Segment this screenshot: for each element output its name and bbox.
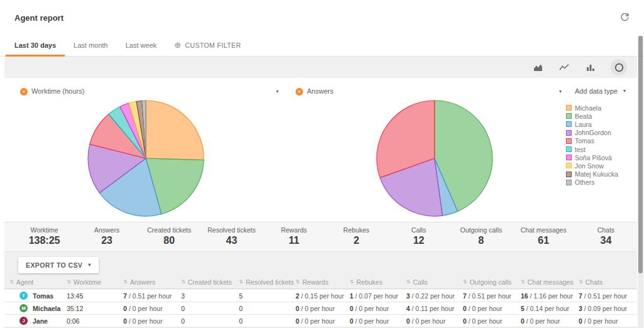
col-header-chat-messages[interactable]: ⇅Chat messages [521,278,579,286]
table-cell: 2 / 0.15 per hour [296,292,350,300]
tab-last-month[interactable]: Last month [65,35,116,57]
legend-item-test[interactable]: test [566,145,636,153]
legend-label: Laura [575,121,592,128]
stat-label: Rebukes [325,226,387,234]
bar-chart-icon[interactable] [584,62,597,73]
tab-label: Last month [74,41,108,49]
stat-rewards: Rewards11 [263,222,325,251]
legend-item-jon-snow[interactable]: Jon Snow [566,161,636,170]
table-cell: 5 [239,292,296,300]
pie-chart-icon[interactable] [611,59,627,75]
legend-swatch-icon [566,130,572,136]
stat-value: 80 [138,235,200,246]
stat-value: 12 [387,235,450,246]
agents-table-body: TTomas13:457 / 0.51 per hour352 / 0.15 p… [4,290,637,327]
table-cell: 0 / 0 per hour [350,317,406,325]
legend-label: JohnGordon [575,129,611,136]
legend-label: Michaela [575,104,601,112]
stat-label: Worktime [13,226,75,234]
col-header-label: Rewards [303,278,328,286]
stat-calls: Calls12 [387,222,450,251]
col-header-outgoing-calls[interactable]: ⇅Outgoing calls [463,278,521,286]
pie-slice-michaela[interactable] [146,101,204,160]
summary-stats: Worktime138:25Answers23Created tickets80… [4,222,637,252]
remove-worktime-chart-icon[interactable]: × [20,88,28,96]
legend-item-laura[interactable]: Laura [566,120,636,128]
tab-custom-filter[interactable]: ⊕CUSTOM FILTER [165,35,250,57]
table-cell: 0 / 0 per hour [521,317,579,325]
col-header-answers[interactable]: ⇅Answers [123,278,181,286]
avatar: T [19,292,28,300]
legend-item-beata[interactable]: Beata [566,112,636,120]
stat-value: 11 [263,235,325,246]
col-header-calls[interactable]: ⇅Calls [406,278,463,286]
add-data-type-button[interactable]: Add data type ▾ [566,87,636,95]
area-chart-icon[interactable] [531,62,544,73]
table-cell: 16 / 1.16 per hour [521,292,579,300]
table-cell: 0 / 0 per hour [296,305,350,312]
stat-resolved-tickets: Resolved tickets43 [201,222,263,251]
col-header-label: Calls [413,278,428,286]
agent-cell: JJane [9,317,67,325]
table-cell: 7 / 0.51 per hour [463,292,521,300]
col-header-rewards[interactable]: ⇅Rewards [296,278,350,286]
answers-pie-chart[interactable] [372,96,497,221]
tab-last-week[interactable]: Last week [116,35,165,57]
worktime-chart-title: Worktime (hours) [31,87,84,95]
legend-swatch-icon [566,138,572,144]
col-header-chats[interactable]: ⇅Chats [579,278,637,286]
table-cell: 0 / 0 per hour [406,317,463,325]
export-csv-button[interactable]: EXPORT TO CSV ▾ [18,257,99,273]
sort-icon: ⇅ [579,279,583,285]
stat-chat-messages: Chat messages61 [513,222,575,251]
sort-icon: ⇅ [181,279,186,285]
refresh-button[interactable] [618,12,631,25]
legend-swatch-icon [566,180,572,185]
table-row-tomas[interactable]: TTomas13:457 / 0.51 per hour352 / 0.15 p… [4,290,637,302]
col-header-label: Created tickets [188,278,232,286]
add-data-type-label: Add data type [575,87,618,95]
chart-legend: Add data type ▾ MichaelaBeataLauraJohnGo… [566,87,636,187]
col-header-worktime[interactable]: ⇅Worktime [67,278,123,286]
col-header-label: Chat messages [528,278,574,286]
col-header-resolved-tickets[interactable]: ⇅Resolved tickets [239,278,296,286]
col-header-rebukes[interactable]: ⇅Rebukes [350,278,406,286]
worktime-pie-chart[interactable] [83,96,209,221]
agent-cell: MMichaela [9,304,67,312]
legend-item-michaela[interactable]: Michaela [566,104,636,112]
table-cell: 3 / 0.22 per hour [406,292,463,300]
tab-label: CUSTOM FILTER [185,41,241,49]
legend-item-others[interactable]: Others [566,178,636,187]
stat-created-tickets: Created tickets80 [138,222,200,251]
legend-list: MichaelaBeataLauraJohnGordonTomastestSoň… [566,104,636,187]
legend-item-so-a-pi-ov[interactable]: Soňa Pišová [566,153,636,161]
legend-label: Jon Snow [575,162,604,170]
sort-icon: ⇅ [296,279,300,285]
col-header-label: Answers [130,278,155,286]
stat-value: 138:25 [13,235,75,246]
agent-cell: TTomas [9,292,67,300]
table-cell: 0 [239,305,296,312]
stat-value: 43 [201,235,263,246]
tab-last-30-days[interactable]: Last 30 days [6,35,65,57]
stat-answers: Answers23 [75,222,138,251]
remove-answers-chart-icon[interactable]: × [296,88,303,96]
table-row-jane[interactable]: JJane0:060 / 0 per hour000 / 0 per hour0… [4,315,637,327]
scrollbar-track[interactable] [638,36,643,328]
stat-label: Chat messages [513,226,575,234]
answers-chart-caret-icon[interactable]: ▾ [559,89,562,94]
stat-label: Chats [575,226,637,234]
legend-item-matej-kukucka[interactable]: Matej Kukucka [566,170,636,178]
line-chart-icon[interactable] [558,62,570,73]
table-cell: 0:06 [67,317,123,325]
sort-icon: ⇅ [521,279,525,285]
col-header-created-tickets[interactable]: ⇅Created tickets [181,278,239,286]
stat-value: 2 [325,235,387,246]
table-cell: 0 [239,317,296,325]
legend-item-johngordon[interactable]: JohnGordon [566,129,636,137]
col-header-agent[interactable]: ⇅Agent [9,278,67,286]
table-row-michaela[interactable]: MMichaela35:120 / 0 per hour000 / 0 per … [4,302,637,315]
worktime-chart-caret-icon[interactable]: ▾ [276,89,279,94]
legend-item-tomas[interactable]: Tomas [566,137,636,145]
scrollbar-thumb[interactable] [638,36,643,273]
